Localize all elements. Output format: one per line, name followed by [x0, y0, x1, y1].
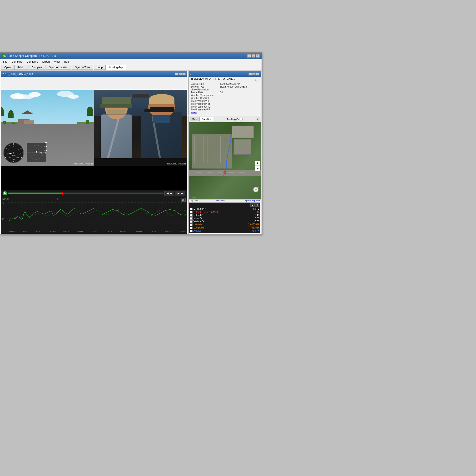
- session-info-tab[interactable]: SESSION INFO: [191, 78, 211, 80]
- map-tab-map[interactable]: Map: [190, 117, 199, 121]
- svg-text:120: 120: [17, 157, 19, 158]
- terms-label[interactable]: Terms of Use: [215, 200, 226, 202]
- progress-bar[interactable]: [8, 192, 164, 194]
- menu-configure[interactable]: Configure: [25, 60, 40, 64]
- menu-help[interactable]: Help: [62, 60, 71, 64]
- svg-text:140: 140: [12, 159, 15, 160]
- session-title-controls: _ □ ×: [249, 73, 259, 75]
- video-maximize-button[interactable]: □: [178, 73, 182, 75]
- chart-y-30: 30: [1, 210, 4, 213]
- x-label-12800: 12800ft: [105, 230, 112, 233]
- sync-location-button[interactable]: Sync to Location: [46, 65, 71, 70]
- maximize-button[interactable]: □: [252, 54, 255, 58]
- rear-camera: 2019/05/10 04:21:31: [94, 90, 187, 166]
- map-aerial-view: 🧭 + −: [189, 122, 261, 200]
- map-display[interactable]: 🧭 + − Google: [189, 122, 261, 200]
- tree-top: [87, 107, 93, 116]
- lateral-g-value: 0.43: [248, 214, 259, 217]
- print-button[interactable]: Print...: [14, 65, 28, 70]
- google-logo: Google: [190, 196, 198, 199]
- open-button[interactable]: Open: [1, 65, 14, 70]
- x-label-8000: 8000ft: [63, 230, 69, 233]
- menu-view[interactable]: View: [52, 60, 62, 64]
- session-title-bar: ▪ _ □ ×: [189, 71, 261, 77]
- map-tabs: Map Satellite: [190, 117, 213, 121]
- performance-tab[interactable]: PERFORMANCE: [214, 78, 235, 80]
- map-tab-satellite[interactable]: Satellite: [200, 117, 213, 121]
- map-navigation-icon: 🧭: [253, 187, 259, 192]
- inline-g-label: Inline G: [190, 217, 202, 220]
- vertical-g-value: -0.02: [248, 220, 259, 223]
- weather-dry-label: Weather/Dry/Wet: [191, 97, 219, 100]
- tracking-checkbox[interactable]: [240, 118, 242, 120]
- lateral-inline-checkbox[interactable]: [190, 211, 192, 214]
- fast-forward-button[interactable]: ►►: [175, 191, 185, 196]
- latitude-checkbox[interactable]: [190, 223, 192, 226]
- x-label-4800: 4800ft: [36, 230, 42, 233]
- lap-marker-data: 1: [190, 204, 192, 206]
- tracking-on-control[interactable]: Tracking On: [227, 118, 242, 121]
- minimize-button[interactable]: _: [247, 54, 251, 58]
- moving-map-button[interactable]: MovingMap: [106, 65, 126, 70]
- longitude-checkbox[interactable]: [190, 227, 192, 229]
- sync-time-button[interactable]: Sync to Time: [72, 65, 93, 70]
- tire-fl-label: Tire Pressures/FL: [191, 100, 219, 102]
- map-zoom-out-button[interactable]: −: [255, 166, 260, 171]
- inline-g-checkbox[interactable]: [190, 217, 192, 220]
- session-minimize-button[interactable]: _: [249, 73, 252, 75]
- chart-svg: [8, 201, 187, 228]
- frame-rate-label: Frame Rate: [191, 91, 219, 94]
- chart-playhead-marker: [57, 197, 57, 234]
- inline-g-row: Inline G 0.03: [190, 217, 259, 220]
- report-error-label[interactable]: Report a map error: [244, 200, 260, 202]
- map-expand-button[interactable]: ⤢: [256, 118, 260, 121]
- radio-unselected: [214, 78, 216, 80]
- rewind-button[interactable]: ◄◄: [165, 191, 174, 196]
- menu-compare[interactable]: Compare: [10, 60, 24, 64]
- lateral-g-checkbox[interactable]: [190, 214, 192, 217]
- vertical-g-checkbox[interactable]: [190, 221, 192, 223]
- tire-fr-row: Tire Pressures/FR: [191, 102, 259, 105]
- passenger-area: [94, 97, 139, 166]
- latitude-row: Latitude 39.037619: [190, 223, 259, 226]
- lateral-g-label: Lateral G: [190, 214, 203, 217]
- close-button[interactable]: ×: [256, 54, 260, 58]
- tire-fr-label: Tire Pressures/FR: [191, 102, 219, 105]
- roof: [21, 110, 33, 114]
- menu-export[interactable]: Export: [40, 60, 52, 64]
- x-label-1600: 1600ft: [9, 230, 15, 233]
- chart-y-15: 15: [1, 218, 4, 221]
- chart-y-label: MPH G: [2, 198, 10, 200]
- x-label-9600: 9600ft: [77, 230, 83, 233]
- earpiece: [144, 109, 151, 112]
- compare-button[interactable]: Compare: [29, 65, 46, 70]
- tire-rl-row: Tire Pressures/RL: [191, 105, 259, 108]
- lateral-inline-row: Lateral + Inline G (Math) 0.46: [190, 211, 259, 214]
- system-type-value: Road-Keeper dual 1080p: [220, 85, 247, 88]
- video-minimize-button[interactable]: _: [175, 73, 178, 75]
- chart-y-52: 52: [1, 202, 4, 204]
- loop-button[interactable]: Loop: [94, 65, 106, 70]
- speedometer-svg: 60 80 100 120 140 20 40 0: [3, 142, 24, 164]
- data-panel: 1 ▲ ▼ MPH (GPS) 38.0 ▲: [189, 203, 260, 233]
- chart-y-axis: 52 30 15: [1, 202, 4, 227]
- menu-file[interactable]: File: [1, 60, 9, 64]
- lateral-g-row: Lateral G 0.43: [190, 214, 259, 217]
- altitude-checkbox[interactable]: [190, 230, 192, 232]
- data-scroll-up[interactable]: ▲: [250, 204, 255, 206]
- mph-gps-checkbox[interactable]: [190, 208, 192, 210]
- x-label-3200: 3200ft: [23, 230, 29, 233]
- session-close-button[interactable]: ×: [256, 73, 259, 75]
- video-close-button[interactable]: ×: [182, 73, 186, 75]
- content-area: 2019_0510_041554_116A _ □ × Lap 1 05:38.…: [0, 71, 262, 235]
- right-panel: ▪ _ □ × SESSION INFO PERFORMANC: [188, 71, 262, 235]
- svg-point-22: [13, 152, 14, 153]
- play-button[interactable]: [3, 191, 7, 195]
- map-panel: Map Satellite Tracking On ⤢: [188, 116, 261, 234]
- map-zoom-in-button[interactable]: +: [255, 161, 260, 166]
- session-maximize-button[interactable]: □: [252, 73, 255, 75]
- notes-link[interactable]: Notes: [191, 111, 197, 114]
- data-scroll-down[interactable]: ▼: [255, 204, 259, 206]
- altitude-row: Altitude 79 ft ▼: [190, 229, 259, 232]
- chart-area: MPH G W 1 52 30 15: [1, 197, 187, 234]
